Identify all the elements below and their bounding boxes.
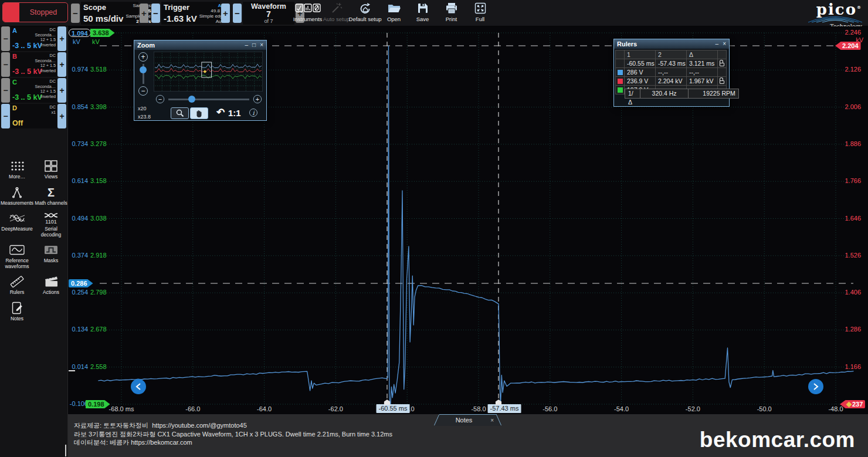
scope-title: Scope: [83, 3, 123, 12]
sidebar-item-rulers[interactable]: Rulers: [1, 275, 33, 296]
toolbar-button-print[interactable]: Print: [437, 1, 466, 25]
x-axis-label: -62.0: [328, 405, 343, 412]
channel-D-increase-button[interactable]: +: [57, 104, 66, 128]
zoom-preview[interactable]: [154, 52, 263, 92]
toolbar-button-full[interactable]: Full: [466, 1, 494, 25]
axis-badge-1.094[interactable]: 1.094: [69, 29, 91, 37]
toolbar-button-instruments[interactable]: Instruments: [293, 1, 322, 25]
channel-B-decrease-button[interactable]: −: [1, 52, 10, 77]
sidebar-item-label: Notes: [11, 316, 23, 322]
sidebar-item-masks[interactable]: Masks: [35, 243, 67, 269]
trigger-decrease-button[interactable]: −: [151, 4, 160, 23]
zoom-undo-button[interactable]: ↶: [216, 106, 225, 119]
stopped-button[interactable]: Stopped: [2, 2, 68, 22]
sidebar-item-actions[interactable]: Actions: [35, 275, 67, 296]
channel-D-info: DCx1: [50, 105, 56, 115]
scope-decrease-button[interactable]: −: [71, 4, 80, 23]
scroll-left-button[interactable]: [131, 379, 146, 394]
sidebar-item-measurements[interactable]: Measurements: [1, 185, 33, 207]
y-axis-label-blue: -0.106: [68, 400, 88, 407]
zoom-minimize-button[interactable]: –: [245, 40, 249, 50]
ruler-lock-cell[interactable]: [717, 67, 727, 77]
rulers-panel-titlebar[interactable]: Rulers – ×: [614, 39, 729, 49]
sidebar-item-serial[interactable]: 1101Serial decoding: [35, 211, 67, 238]
hscroll-plus-button[interactable]: +: [253, 95, 262, 103]
hscroll-minus-button[interactable]: −: [156, 95, 164, 103]
channel-D-panel[interactable]: DOffDCx1: [11, 104, 57, 128]
rulers-table: 12Δ-60.55 ms-57.43 ms3.121 ms286 V--,---…: [616, 50, 727, 94]
channel-D-letter: D: [12, 104, 17, 111]
y-axis-label-blue: 0.854: [68, 103, 88, 110]
rulers-icon: [10, 275, 24, 289]
scope-group: − Scope 50 ms/div Samples 1 MS Sample ra…: [71, 2, 148, 25]
channel-B-increase-button[interactable]: +: [57, 52, 66, 77]
channel-A-decrease-button[interactable]: −: [1, 26, 10, 51]
rulers-close-button[interactable]: ×: [723, 39, 726, 49]
ruler-lock-cell[interactable]: [717, 59, 727, 68]
time-ruler-1-badge[interactable]: -60.55 ms: [377, 404, 410, 413]
pico-logo: pico® Technology: [803, 1, 862, 29]
notes-text[interactable]: 자료제공: 토토자동차정비 https://youtube.com/@gymto…: [74, 421, 392, 447]
sidebar-item-reference[interactable]: Reference waveforms: [1, 243, 33, 269]
channel-a-zero-marker[interactable]: [69, 370, 75, 371]
trigger-panel[interactable]: Trigger -1.63 kV A ¬ 49.8 % Simple edge …: [161, 2, 220, 25]
sidebar-item-views[interactable]: Views: [35, 159, 67, 180]
zoom-in-button[interactable]: +: [138, 52, 148, 62]
toolbar-button-save[interactable]: Save: [408, 1, 437, 25]
zoom-horizontal-slider-knob[interactable]: [188, 96, 195, 103]
channel-A: −A-3 .. 5 kVDCSeconda…12 + 1.5Inverted+: [1, 26, 66, 51]
zoom-maximize-button[interactable]: □: [252, 40, 256, 50]
waveform-prev-button[interactable]: −: [233, 4, 242, 23]
sidebar-item-label: Views: [45, 174, 58, 180]
zoom-vertical-slider-knob[interactable]: [140, 66, 147, 73]
sidebar-item-more[interactable]: More…: [1, 159, 33, 180]
ruler-value: 1.967 kV: [686, 76, 718, 86]
toolbar-button-default[interactable]: Default setup: [351, 1, 379, 25]
info-icon[interactable]: i: [249, 109, 257, 117]
y-axis-label-red: 1.886: [836, 140, 861, 147]
channel-C-increase-button[interactable]: +: [57, 78, 66, 103]
notes-tab-close-icon[interactable]: ×: [490, 417, 494, 424]
tool-grid: More…ViewsMeasurementsΣMath channelsDeep…: [0, 159, 68, 321]
channel-A-panel[interactable]: A-3 .. 5 kVDCSeconda…12 + 1.5Inverted: [11, 26, 57, 51]
x-axis-label: -50.0: [757, 405, 772, 412]
channel-B-panel[interactable]: B-3 .. 5 kVDCSeconda…12 + 1.5Inverted: [11, 52, 57, 77]
channel-A-increase-button[interactable]: +: [57, 26, 66, 51]
notes-tab[interactable]: Notes ×: [435, 414, 501, 426]
toolbar-button-open[interactable]: Open: [379, 1, 408, 25]
rulers-panel: Rulers – × 12Δ-60.55 ms-57.43 ms3.121 ms…: [613, 39, 730, 107]
zoom-ratio-button[interactable]: 1:1: [228, 108, 241, 118]
toolbar-button-label: Print: [446, 16, 457, 22]
ruler-lock-cell[interactable]: [717, 76, 727, 86]
channel-C-panel[interactable]: C-3 .. 5 kVDCSeconda…12 + 1.5Inverted: [11, 78, 57, 103]
zoom-close-button[interactable]: ×: [260, 40, 263, 50]
sidebar-item-notes[interactable]: Notes: [1, 301, 33, 322]
scope-increase-button[interactable]: +: [140, 4, 148, 23]
zoom-panel-titlebar[interactable]: Zoom – □ ×: [134, 40, 266, 50]
toolbar-button-label: Save: [416, 16, 429, 22]
time-ruler-2-badge[interactable]: -57.43 ms: [488, 404, 521, 413]
sidebar-item-math[interactable]: ΣMath channels: [35, 185, 67, 207]
scroll-right-button[interactable]: [808, 379, 823, 394]
zoom-horizontal-slider-track[interactable]: [168, 99, 249, 100]
zoom-panel-body: + − − + x20 x23.8 ↶ 1:1 i: [134, 50, 266, 121]
sidebar-item-deepmeasure[interactable]: DeepMeasure: [1, 211, 33, 238]
pan-mode-button[interactable]: [190, 107, 208, 119]
scope-panel[interactable]: Scope 50 ms/div Samples 1 MS Sample rate…: [81, 2, 138, 25]
waveform-panel[interactable]: Waveform 7 of 7: [243, 2, 294, 25]
trigger-increase-button[interactable]: +: [221, 4, 230, 23]
rulers-header-1: 1: [624, 50, 656, 59]
zoom-out-button[interactable]: −: [138, 86, 148, 96]
channel-C-decrease-button[interactable]: −: [1, 78, 10, 103]
zoom-mode-button[interactable]: [171, 107, 189, 119]
ruler-value: 286 V: [624, 67, 656, 77]
channel-D-decrease-button[interactable]: −: [1, 104, 10, 128]
ruler-row-swatch: [615, 59, 625, 68]
toolbar-button-wand[interactable]: Auto setup: [322, 1, 351, 25]
rulers-minimize-button[interactable]: –: [716, 39, 719, 49]
sidebar-item-label: More…: [9, 174, 25, 180]
serial-icon: 1101: [43, 211, 59, 225]
channel-D: −DOffDCx1+: [1, 104, 66, 128]
measurements-icon: [11, 185, 23, 199]
sidebar-scrollbar[interactable]: [65, 445, 66, 456]
